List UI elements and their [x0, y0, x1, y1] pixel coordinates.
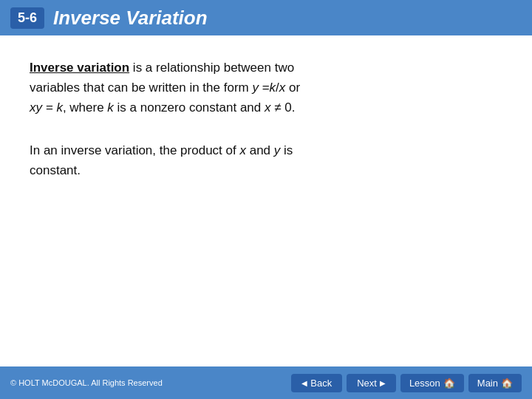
main-content: Inverse variation is a relationship betw… [0, 35, 532, 195]
main-button[interactable]: Main 🏠 [468, 374, 522, 392]
add-y: y [274, 143, 281, 157]
or-text: or [285, 81, 300, 95]
back-label: Back [310, 378, 332, 389]
lesson-label: Lesson [409, 378, 440, 389]
xy-text: xy = [30, 100, 56, 115]
definition-rest-line1: is a relationship between two [129, 61, 294, 75]
main-home-icon: 🏠 [501, 378, 513, 389]
neq-zero: ≠ 0. [271, 100, 296, 115]
next-label: Next [357, 378, 377, 389]
page-title: Inverse Variation [53, 7, 208, 30]
lesson-home-icon: 🏠 [443, 378, 455, 389]
add-x: x [239, 143, 246, 157]
back-arrow-icon: ◀ [301, 379, 307, 387]
footer: © HOLT McDOUGAL. All Rights Reserved ◀ B… [0, 366, 532, 399]
definition-line3: xy = k, where k is a nonzero constant an… [30, 100, 295, 115]
var-y: y [252, 81, 259, 95]
k-var2: k [107, 100, 114, 115]
footer-nav: ◀ Back Next ▶ Lesson 🏠 Main 🏠 [291, 374, 522, 392]
var-k: k [270, 81, 276, 95]
lesson-button[interactable]: Lesson 🏠 [400, 374, 464, 392]
add-and: and [246, 143, 274, 157]
where-text: , where [63, 100, 107, 115]
x-var-neq: x [265, 100, 271, 115]
equals-sign: = [259, 81, 270, 95]
definition-line2: variables that can be written in the for… [30, 81, 300, 95]
next-arrow-icon: ▶ [380, 379, 386, 387]
definition-block: Inverse variation is a relationship betw… [30, 58, 502, 118]
add-is: is [280, 143, 293, 157]
main-label: Main [477, 378, 498, 389]
add-line2: constant. [30, 163, 81, 177]
line2-text: variables that can be written in the for… [30, 81, 252, 95]
header: 5-6 Inverse Variation [0, 0, 532, 35]
section-badge: 5-6 [10, 7, 44, 29]
next-button[interactable]: Next ▶ [347, 374, 396, 392]
nonzero-text: is a nonzero constant and [114, 100, 265, 115]
additional-info: In an inverse variation, the product of … [30, 140, 502, 180]
add-line1: In an inverse variation, the product of [30, 143, 239, 157]
back-button[interactable]: ◀ Back [291, 374, 342, 392]
k-var: k [56, 100, 63, 115]
copyright-text: © HOLT McDOUGAL. All Rights Reserved [10, 378, 163, 387]
definition-term: Inverse variation [30, 61, 129, 75]
